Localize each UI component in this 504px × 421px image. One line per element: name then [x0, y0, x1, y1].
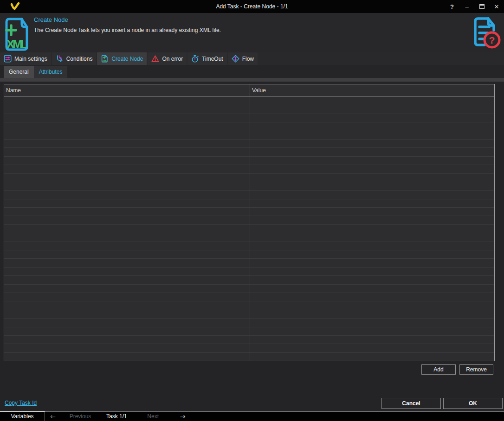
name-cell[interactable]: [4, 293, 250, 301]
tab-conditions[interactable]: Conditions: [52, 52, 97, 65]
value-cell[interactable]: [250, 268, 494, 275]
name-cell[interactable]: [4, 225, 250, 233]
table-row[interactable]: [4, 233, 494, 242]
table-row[interactable]: [4, 301, 494, 310]
name-cell[interactable]: [4, 122, 250, 130]
minimize-button[interactable]: –: [459, 0, 474, 13]
tab-on-error[interactable]: On error: [148, 52, 187, 65]
name-cell[interactable]: [4, 216, 250, 224]
value-cell[interactable]: [250, 310, 494, 318]
tab-flow[interactable]: Flow: [228, 52, 258, 65]
table-row[interactable]: [4, 114, 494, 122]
previous-button[interactable]: Previous: [61, 412, 100, 421]
value-cell[interactable]: [250, 114, 494, 122]
table-row[interactable]: [4, 140, 494, 148]
remove-button[interactable]: Remove: [459, 364, 493, 375]
value-cell[interactable]: [250, 344, 494, 352]
tab-create-node[interactable]: XML Create Node: [97, 52, 147, 65]
name-cell[interactable]: [4, 174, 250, 182]
value-cell[interactable]: [250, 97, 494, 105]
table-row[interactable]: [4, 148, 494, 156]
table-row[interactable]: [4, 344, 494, 352]
value-cell[interactable]: [250, 199, 494, 207]
name-cell[interactable]: [4, 319, 250, 326]
table-row[interactable]: [4, 97, 494, 105]
value-cell[interactable]: [250, 336, 494, 344]
name-cell[interactable]: [4, 233, 250, 241]
table-row[interactable]: [4, 216, 494, 224]
value-cell[interactable]: [250, 216, 494, 224]
name-cell[interactable]: [4, 310, 250, 318]
name-cell[interactable]: [4, 199, 250, 207]
table-row[interactable]: [4, 157, 494, 165]
value-cell[interactable]: [250, 165, 494, 173]
maximize-button[interactable]: [474, 0, 489, 13]
name-cell[interactable]: [4, 208, 250, 216]
add-button[interactable]: Add: [421, 364, 456, 375]
value-cell[interactable]: [250, 225, 494, 233]
value-cell[interactable]: [250, 174, 494, 182]
next-arrow-icon[interactable]: ⇒: [173, 412, 193, 421]
name-cell[interactable]: [4, 250, 250, 258]
copy-task-id-link[interactable]: Copy Task Id: [5, 400, 37, 406]
value-cell[interactable]: [250, 191, 494, 198]
name-cell[interactable]: [4, 97, 250, 105]
table-row[interactable]: [4, 174, 494, 182]
name-cell[interactable]: [4, 268, 250, 275]
name-cell[interactable]: [4, 191, 250, 198]
value-cell[interactable]: [250, 122, 494, 130]
table-row[interactable]: [4, 276, 494, 284]
value-cell[interactable]: [250, 208, 494, 216]
variables-button[interactable]: Variables: [0, 411, 45, 421]
subtab-attributes[interactable]: Attributes: [34, 66, 68, 78]
subtab-general[interactable]: General: [4, 66, 34, 78]
name-cell[interactable]: [4, 114, 250, 122]
table-row[interactable]: [4, 131, 494, 140]
table-row[interactable]: [4, 165, 494, 173]
table-row[interactable]: [4, 293, 494, 301]
table-row[interactable]: [4, 310, 494, 319]
table-row[interactable]: [4, 259, 494, 267]
table-row[interactable]: [4, 242, 494, 250]
value-cell[interactable]: [250, 293, 494, 301]
name-cell[interactable]: [4, 157, 250, 165]
value-cell[interactable]: [250, 259, 494, 267]
table-row[interactable]: [4, 268, 494, 276]
name-cell[interactable]: [4, 131, 250, 139]
name-cell[interactable]: [4, 276, 250, 284]
value-cell[interactable]: [250, 285, 494, 293]
ok-button[interactable]: OK: [443, 398, 503, 409]
previous-arrow-icon[interactable]: ⇐: [45, 412, 61, 421]
name-cell[interactable]: [4, 165, 250, 173]
name-cell[interactable]: [4, 242, 250, 250]
value-cell[interactable]: [250, 301, 494, 309]
table-row[interactable]: [4, 225, 494, 233]
tab-timeout[interactable]: TimeOut: [187, 52, 227, 65]
table-row[interactable]: [4, 250, 494, 259]
name-cell[interactable]: [4, 344, 250, 352]
table-row[interactable]: [4, 327, 494, 336]
table-row[interactable]: [4, 199, 494, 208]
help-button[interactable]: ?: [445, 0, 459, 13]
cancel-button[interactable]: Cancel: [381, 398, 441, 409]
value-cell[interactable]: [250, 182, 494, 190]
name-cell[interactable]: [4, 353, 250, 361]
help-doc-icon[interactable]: ?: [471, 16, 501, 52]
table-row[interactable]: [4, 182, 494, 191]
value-cell[interactable]: [250, 276, 494, 284]
table-row[interactable]: [4, 122, 494, 131]
value-cell[interactable]: [250, 353, 494, 361]
close-button[interactable]: ✕: [489, 0, 504, 13]
value-cell[interactable]: [250, 131, 494, 139]
name-cell[interactable]: [4, 336, 250, 344]
value-cell[interactable]: [250, 250, 494, 258]
value-cell[interactable]: [250, 157, 494, 165]
value-cell[interactable]: [250, 140, 494, 147]
name-cell[interactable]: [4, 301, 250, 309]
table-row[interactable]: [4, 191, 494, 199]
value-cell[interactable]: [250, 148, 494, 156]
table-row[interactable]: [4, 336, 494, 344]
table-row[interactable]: [4, 285, 494, 293]
next-button[interactable]: Next: [134, 412, 173, 421]
name-cell[interactable]: [4, 140, 250, 147]
